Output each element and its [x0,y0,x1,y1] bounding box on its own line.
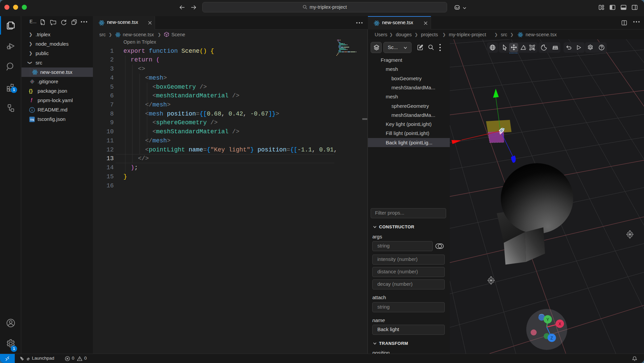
svg-text:X: X [558,322,561,326]
svg-text:Z: Z [550,336,553,341]
svg-text:TS: TS [30,118,34,122]
svg-text:Y: Y [546,317,549,322]
